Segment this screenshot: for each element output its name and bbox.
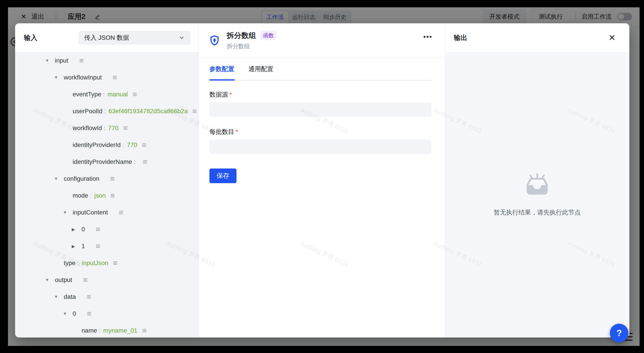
tree-key: name xyxy=(82,327,97,334)
node-subtitle: 拆分数组 xyxy=(227,42,276,50)
shield-icon xyxy=(208,34,220,46)
tree-key: identityProviderName xyxy=(72,158,132,166)
caret-icon[interactable] xyxy=(63,210,72,215)
input-source-select[interactable]: 传入 JSON 数据 xyxy=(78,31,190,44)
chevron-down-icon xyxy=(178,35,185,41)
caret-icon[interactable] xyxy=(54,75,64,80)
caret-icon[interactable] xyxy=(45,58,55,63)
tree-value: myname_01 xyxy=(103,327,138,334)
node-type-badge: 函数 xyxy=(260,31,276,40)
close-icon[interactable]: ✕ xyxy=(608,34,616,42)
row-menu-icon[interactable] xyxy=(112,260,118,266)
tab-general-config[interactable]: 通用配置 xyxy=(248,65,273,73)
tree-key: 1 xyxy=(82,243,85,250)
caret-icon[interactable] xyxy=(45,278,55,282)
node-title: 拆分数组 xyxy=(227,31,256,41)
node-detail-modal: Authing 罗勇 6531Authing 罗勇 6531Authing 罗勇… xyxy=(15,23,629,338)
tree-key: workflowInput xyxy=(64,74,102,81)
row-menu-icon[interactable] xyxy=(110,176,115,182)
tree-key: inputContent xyxy=(72,209,108,216)
tree-row[interactable]: output : xyxy=(15,272,198,288)
tabs-track xyxy=(210,80,432,80)
row-menu-icon[interactable] xyxy=(192,108,198,114)
row-menu-icon[interactable] xyxy=(142,328,147,334)
help-button[interactable]: ? xyxy=(610,324,628,342)
field-label: 每批数目 xyxy=(210,128,234,135)
row-menu-icon[interactable] xyxy=(110,193,116,198)
field-input[interactable] xyxy=(210,140,432,154)
tree-colon: : xyxy=(90,192,92,199)
caret-icon[interactable] xyxy=(72,227,82,232)
output-panel-title: 输出 xyxy=(454,33,467,42)
tree-key: output xyxy=(55,276,72,284)
caret-icon[interactable] xyxy=(63,311,72,316)
tree-row[interactable]: userPoolId : 63ef46f1934782d5ca866b2a xyxy=(15,103,198,120)
row-menu-icon[interactable] xyxy=(141,142,147,148)
tree-key: 0 xyxy=(72,310,76,317)
tree-row[interactable]: name : myname_01 xyxy=(15,322,198,338)
row-menu-icon[interactable] xyxy=(86,294,92,300)
tree-row[interactable]: mode : json xyxy=(15,187,198,204)
row-menu-icon[interactable] xyxy=(132,92,138,97)
tree-value: 63ef46f1934782d5ca866b2a xyxy=(108,108,188,115)
tree-row[interactable]: identityProviderName : xyxy=(15,154,198,170)
tree-value: 770 xyxy=(108,124,118,132)
required-asterisk: * xyxy=(230,91,232,98)
tree-colon: : xyxy=(104,108,106,115)
row-menu-icon[interactable] xyxy=(142,159,148,165)
form-field: 每批数目* xyxy=(210,128,432,154)
config-tabs: 参数配置 通用配置 xyxy=(199,58,445,80)
caret-icon[interactable] xyxy=(54,294,64,299)
tab-parameter-config[interactable]: 参数配置 xyxy=(210,65,234,73)
input-panel-title: 输入 xyxy=(24,33,37,42)
tree-row[interactable]: type : inputJson xyxy=(15,255,198,272)
node-config-panel: 拆分数组 函数 拆分数组 ••• 参数配置 通用配置 数据源* xyxy=(199,23,445,338)
row-menu-icon[interactable] xyxy=(95,243,101,249)
row-menu-icon[interactable] xyxy=(112,74,118,80)
tree-row[interactable]: workflowId : 770 xyxy=(15,120,198,136)
tree-key: identityProviderId xyxy=(72,142,120,148)
form-field: 数据源* xyxy=(210,90,432,116)
more-options-icon[interactable]: ••• xyxy=(423,33,432,41)
tree-key: data xyxy=(64,293,76,300)
row-menu-icon[interactable] xyxy=(122,125,128,131)
save-button[interactable]: 保存 xyxy=(210,168,236,183)
caret-icon[interactable] xyxy=(54,176,64,181)
tree-row[interactable]: input : xyxy=(15,52,198,69)
row-menu-icon[interactable] xyxy=(78,58,84,64)
tree-value: json xyxy=(94,192,106,199)
tree-key: mode xyxy=(72,192,88,199)
tree-row[interactable]: identityProviderId : 770 xyxy=(15,136,198,154)
required-asterisk: * xyxy=(236,128,238,135)
tree-row[interactable]: 0 : xyxy=(15,305,198,322)
tree-row[interactable]: 1 : xyxy=(15,238,198,255)
tree-row[interactable]: 0 : xyxy=(15,221,198,238)
tree-colon: : xyxy=(134,158,136,166)
empty-state-text: 暂无执行结果，请先执行此节点 xyxy=(494,208,581,217)
row-menu-icon[interactable] xyxy=(86,311,92,316)
tree-value: inputJson xyxy=(82,260,108,267)
config-form: 数据源* 每批数目* xyxy=(199,80,445,154)
tree-row[interactable]: configuration : xyxy=(15,170,198,187)
tree-value: 770 xyxy=(127,142,137,148)
tree-colon: : xyxy=(77,260,79,267)
tree-row[interactable]: workflowInput : xyxy=(15,69,198,86)
tree-key: workflowId xyxy=(72,124,102,132)
tabs-active-indicator xyxy=(210,79,235,80)
json-tree: input : workflowInput : xyxy=(15,52,198,338)
row-menu-icon[interactable] xyxy=(118,210,124,215)
caret-icon[interactable] xyxy=(72,244,82,249)
input-source-value: 传入 JSON 数据 xyxy=(84,34,129,42)
input-panel: 输入 传入 JSON 数据 input : xyxy=(15,23,199,338)
empty-inbox-icon xyxy=(524,173,551,197)
tree-key: eventType xyxy=(72,91,101,98)
tree-row[interactable]: data : xyxy=(15,288,198,305)
tree-colon: : xyxy=(99,327,100,334)
tree-key: input xyxy=(55,57,68,64)
tree-row[interactable]: eventType : manual xyxy=(15,86,198,103)
tree-colon: : xyxy=(122,142,124,148)
row-menu-icon[interactable] xyxy=(95,226,101,232)
row-menu-icon[interactable] xyxy=(82,277,88,283)
field-input[interactable] xyxy=(210,102,432,116)
tree-row[interactable]: inputContent : xyxy=(15,204,198,221)
